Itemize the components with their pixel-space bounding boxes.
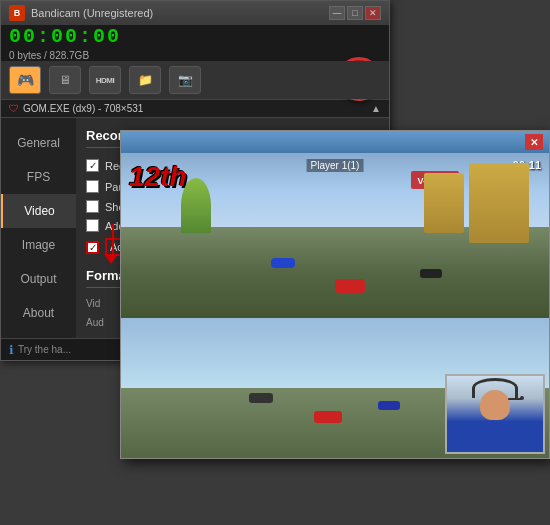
target-window-bar: 🛡 GOM.EXE (dx9) - 708×531 ▲ [1, 99, 389, 118]
folder-icon[interactable]: 📁 [129, 66, 161, 94]
race-screen-top: 12th Player 1(1) 00:11 V-Power [121, 153, 549, 318]
sidebar: General FPS Video Image Output About [1, 118, 76, 338]
monitor-mode-icon[interactable]: 🖥 [49, 66, 81, 94]
sidebar-item-fps[interactable]: FPS [1, 160, 76, 194]
sidebar-item-output[interactable]: Output [1, 262, 76, 296]
storage-info: 0 bytes / 828.7GB [9, 50, 121, 61]
title-bar-controls: — □ ✕ [329, 6, 381, 20]
mic-head [520, 396, 524, 400]
info-icon: ℹ [9, 343, 14, 357]
building-right2 [424, 173, 464, 233]
car-bottom2 [249, 393, 273, 403]
status-text: Try the ha... [18, 344, 71, 355]
car-bottom1 [314, 411, 342, 423]
maximize-button[interactable]: □ [347, 6, 363, 20]
collapse-icon[interactable]: ▲ [371, 103, 381, 114]
hdmi-label: HDMI [96, 76, 114, 85]
toolbar-row: 🎮 🖥 HDMI 📁 📷 [1, 61, 389, 99]
checkbox-pause-hotkey[interactable] [86, 180, 99, 193]
arrow-head [104, 254, 118, 264]
app-icon: B [9, 5, 25, 21]
car-bottom3 [378, 401, 400, 410]
building-right [469, 163, 529, 243]
preview-content: 12th Player 1(1) 00:11 V-Power 11th V-Po… [121, 153, 549, 458]
person-container [480, 382, 510, 420]
target-window-label: GOM.EXE (dx9) - 708×531 [23, 103, 143, 114]
close-button[interactable]: ✕ [365, 6, 381, 20]
preview-window: ✕ 12th Player 1(1) 00:11 V-Power [120, 130, 550, 459]
preview-close-button[interactable]: ✕ [525, 134, 543, 150]
checkbox-webcam-overlay[interactable]: ✓ [86, 241, 99, 254]
car-blue [271, 258, 295, 268]
hdmi-mode-icon[interactable]: HDMI [89, 66, 121, 94]
game-mode-icon[interactable]: 🎮 [9, 66, 41, 94]
person-body [470, 422, 520, 450]
position-badge-top: 12th [129, 161, 187, 193]
toolbar: 00:00:00 0 bytes / 828.7GB REC [1, 25, 389, 61]
sidebar-item-general[interactable]: General [1, 126, 76, 160]
car-black [420, 269, 442, 278]
webcam-person [447, 376, 543, 452]
player-label: Player 1(1) [307, 159, 364, 172]
sidebar-item-video[interactable]: Video [1, 194, 76, 228]
timer-display: 00:00:00 [9, 25, 121, 48]
tree-left [181, 178, 211, 233]
sidebar-item-about[interactable]: About [1, 296, 76, 330]
person-head [480, 390, 510, 420]
app-title: Bandicam (Unregistered) [31, 7, 153, 19]
race-screen-bottom [121, 318, 549, 458]
minimize-button[interactable]: — [329, 6, 345, 20]
camera-icon[interactable]: 📷 [169, 66, 201, 94]
title-bar-left: B Bandicam (Unregistered) [9, 5, 153, 21]
checkbox-show-mouse[interactable] [86, 200, 99, 213]
arrow-indicator [104, 224, 118, 264]
checkbox-record-hotkey[interactable]: ✓ [86, 159, 99, 172]
preview-title-bar: ✕ [121, 131, 549, 153]
target-window-warning-icon: 🛡 [9, 103, 19, 114]
sidebar-item-image[interactable]: Image [1, 228, 76, 262]
car-red [335, 279, 365, 293]
checkbox-mouse-click[interactable] [86, 219, 99, 232]
webcam-overlay [445, 374, 545, 454]
arrow-line [112, 224, 114, 254]
title-bar: B Bandicam (Unregistered) — □ ✕ [1, 1, 389, 25]
